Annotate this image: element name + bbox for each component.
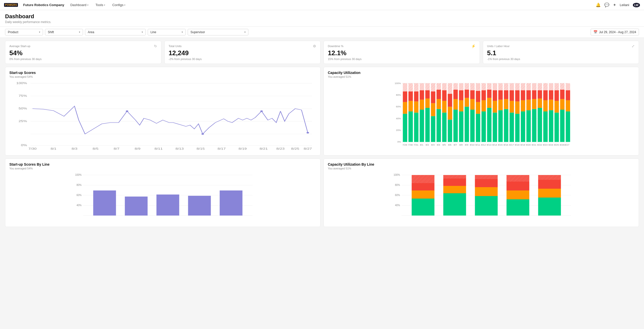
svg-text:60%: 60% [396,105,401,108]
logo: POWERS [4,3,18,7]
kpi-value: 5.1 [487,49,635,57]
svg-rect-51 [414,113,418,142]
svg-rect-72 [442,101,446,112]
svg-rect-108 [493,101,497,112]
kpi-change: 15% from previous 30 days [328,57,476,61]
svg-text:8/7: 8/7 [114,147,119,150]
nav-icons: 🔔 💬 ✦ Leilani LW [596,3,640,7]
bell-icon[interactable]: 🔔 [596,3,601,7]
svg-rect-123 [515,114,520,142]
svg-rect-142 [538,83,542,90]
svg-rect-219 [412,175,435,183]
svg-text:50%: 50% [19,107,27,110]
svg-rect-103 [487,108,491,142]
kpi-value: 54% [9,49,157,57]
svg-text:60%: 60% [76,194,81,197]
svg-rect-52 [414,101,418,112]
svg-rect-101 [481,90,486,100]
page-title: Dashboard [5,13,639,20]
chart-subtitle: You averaged 51% [328,167,635,170]
svg-rect-232 [538,198,561,216]
svg-rect-74 [442,83,446,90]
svg-rect-99 [481,111,486,142]
svg-text:8/6: 8/6 [448,143,451,146]
svg-rect-202 [93,190,116,216]
svg-rect-88 [465,98,469,107]
gear-icon[interactable]: ✦ [613,3,616,7]
date-range-filter[interactable]: 📅 Jul 29, 2024 - Aug 27, 2024 [591,29,639,35]
avatar[interactable]: LW [633,3,640,7]
svg-text:0%: 0% [397,140,401,143]
refresh-icon: ↻ [154,44,157,48]
nav-dashboard[interactable]: Dashboard ▾ [69,3,90,7]
svg-rect-59 [425,108,430,142]
svg-rect-122 [510,83,514,90]
page-subtitle: Daily weekly performance metrics. [5,20,639,24]
svg-rect-133 [526,90,531,100]
svg-rect-112 [498,100,503,110]
svg-rect-206 [220,190,243,216]
svg-text:8/3: 8/3 [72,147,78,150]
svg-rect-91 [470,110,475,142]
shift-filter[interactable]: Shift ▾ [45,29,83,35]
svg-rect-146 [543,83,548,90]
svg-rect-137 [532,90,536,99]
svg-text:8/27: 8/27 [565,143,569,146]
svg-rect-85 [459,90,463,100]
svg-rect-149 [549,90,553,100]
svg-rect-58 [420,83,424,90]
product-filter[interactable]: Product ▾ [5,29,43,35]
capacity-bar-svg: 100% 80% 60% 40% 20% 0% 7/29 7/30 [328,81,635,152]
chat-icon[interactable]: 💬 [604,3,609,7]
svg-rect-162 [566,83,570,90]
svg-rect-87 [465,107,469,142]
svg-rect-45 [403,91,407,102]
svg-rect-96 [476,102,480,114]
svg-text:0%: 0% [21,144,27,147]
svg-rect-98 [476,83,480,91]
svg-rect-217 [412,190,435,199]
svg-rect-93 [470,90,475,99]
svg-text:8/3: 8/3 [431,143,435,146]
svg-text:8/9: 8/9 [135,147,140,150]
svg-rect-127 [521,111,525,142]
svg-text:100%: 100% [395,82,401,85]
svg-rect-82 [453,83,458,90]
svg-text:8/21: 8/21 [532,143,536,146]
area-filter[interactable]: Area ▾ [85,29,146,35]
svg-text:8/26: 8/26 [560,143,565,146]
svg-rect-111 [498,110,503,142]
svg-text:8/21: 8/21 [260,147,268,150]
svg-text:8/18: 8/18 [515,143,520,146]
svg-rect-71 [442,113,446,142]
svg-text:8/27: 8/27 [304,147,312,150]
svg-rect-223 [443,175,466,179]
svg-rect-81 [453,90,458,99]
nav-configs[interactable]: Configs ▾ [111,3,126,7]
svg-rect-92 [470,99,475,110]
svg-rect-124 [515,101,520,114]
svg-rect-140 [538,99,542,108]
svg-text:40%: 40% [76,204,81,207]
chart-title: Start-up Scores [9,71,316,75]
svg-rect-235 [538,175,561,180]
svg-rect-68 [437,99,441,109]
svg-text:8/13: 8/13 [487,143,491,146]
nav-tools[interactable]: Tools ▾ [95,3,106,7]
svg-rect-139 [538,108,542,142]
svg-rect-120 [510,101,514,112]
line-filter[interactable]: Line ▾ [148,29,186,35]
chevron-down-icon: ▾ [182,31,183,33]
svg-rect-80 [453,99,458,110]
svg-text:40%: 40% [395,204,400,207]
svg-text:7/30: 7/30 [28,147,37,150]
svg-text:7/31: 7/31 [414,143,418,146]
svg-rect-95 [476,114,480,142]
supervisor-filter[interactable]: Supervisor ▾ [188,29,248,35]
svg-text:8/9: 8/9 [465,143,468,146]
svg-rect-157 [560,90,564,99]
svg-rect-220 [443,193,466,216]
svg-rect-73 [442,90,446,101]
svg-text:8/16: 8/16 [504,143,508,146]
svg-text:8/17: 8/17 [509,143,514,146]
